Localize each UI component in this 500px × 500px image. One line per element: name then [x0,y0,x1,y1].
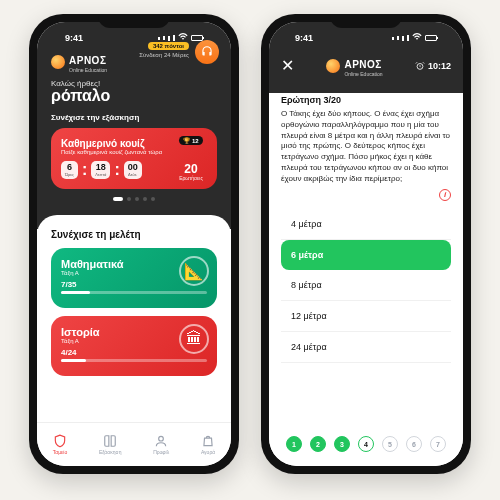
home-body: Συνέχισε τη μελέτη Μαθηματικά Τάξη Α 7/3… [37,215,231,422]
svg-point-0 [159,436,164,441]
wifi-icon [412,33,422,43]
alarm-icon [415,61,425,71]
daily-quiz-card[interactable]: Καθημερινό κουίζ Παίξε καθημερινά κουίζ … [51,128,217,189]
user-icon [154,434,168,448]
nav-store[interactable]: Αγορά [201,434,215,455]
quiz-trophy-badge: 🏆 12 [179,136,202,145]
question-number: Ερώτηση 3/20 [281,95,451,105]
brand: ΑΡΝΟΣ Online Education [51,50,217,73]
answer-option[interactable]: 24 μέτρα [281,332,451,363]
quiz-count-label: Ερωτήσεις [179,175,203,181]
progress-step[interactable]: 4 [358,436,374,452]
phone-home: 9:41 ΑΡΝΟΣ Online Education 342 πόντοι Σ… [29,14,239,474]
greeting: Καλώς ήρθες! [51,79,217,88]
phone-quiz: 9:41 ✕ ΑΡΝΟΣ Online Education [261,14,471,474]
quiz-timer-pill: 10:12 [415,61,451,71]
progress-step[interactable]: 6 [406,436,422,452]
status-bar: 9:41 [51,26,217,50]
answer-list: 4 μέτρα 6 μέτρα 8 μέτρα 12 μέτρα 24 μέτρ… [281,209,451,363]
progress-step[interactable]: 2 [310,436,326,452]
home-hero: 9:41 ΑΡΝΟΣ Online Education 342 πόντοι Σ… [37,22,231,229]
battery-icon [425,35,437,41]
battery-icon [191,35,203,41]
answer-option[interactable]: 4 μέτρα [281,209,451,240]
question-progress: 1 2 3 4 5 6 7 [281,426,451,466]
brand-logo-icon [326,59,340,73]
brand-name: ΑΡΝΟΣ [69,55,106,66]
home-screen: 9:41 ΑΡΝΟΣ Online Education 342 πόντοι Σ… [37,22,231,466]
question-text: Ο Τάκης έχει δύο κήπους. Ο ένας έχει σχή… [281,109,451,185]
status-time: 9:41 [295,33,313,43]
brand-tagline: Online Education [69,67,107,73]
status-bar: 9:41 [281,26,451,50]
progress-step[interactable]: 7 [430,436,446,452]
book-icon [103,434,117,448]
answer-option[interactable]: 8 μέτρα [281,270,451,301]
progress-step[interactable]: 1 [286,436,302,452]
math-icon: 📐 [179,256,209,286]
history-icon: 🏛 [179,324,209,354]
brand-logo-icon [51,55,65,69]
subject-card-history[interactable]: Ιστορία Τάξη Α 4/24 🏛 [51,316,217,376]
quiz-screen: 9:41 ✕ ΑΡΝΟΣ Online Education [269,22,463,466]
brand-tagline: Online Education [344,71,382,77]
quiz-header: 9:41 ✕ ΑΡΝΟΣ Online Education [269,22,463,93]
bag-icon [201,434,215,448]
progress-step[interactable]: 3 [334,436,350,452]
answer-option[interactable]: 12 μέτρα [281,301,451,332]
status-icons [158,33,203,43]
info-icon[interactable]: i [439,189,451,201]
bottom-nav: Ταμείο Εξάσκηση Προφίλ Αγορά [37,422,231,466]
nav-profile[interactable]: Προφίλ [153,434,169,455]
brand-name: ΑΡΝΟΣ [344,59,381,70]
wifi-icon [178,33,188,43]
close-button[interactable]: ✕ [281,58,294,74]
continue-practice-label: Συνέχισε την εξάσκηση [51,113,217,122]
answer-option[interactable]: 6 μέτρα [281,240,451,270]
continue-study-label: Συνέχισε τη μελέτη [51,229,217,240]
nav-shield[interactable]: Ταμείο [53,434,67,455]
quiz-body: Ερώτηση 3/20 Ο Τάκης έχει δύο κήπους. Ο … [269,83,463,466]
status-icons [392,33,437,43]
nav-practice[interactable]: Εξάσκηση [99,434,122,455]
status-time: 9:41 [65,33,83,43]
username: ρόπαλο [51,87,217,105]
shield-icon [53,434,67,448]
notch [98,14,170,28]
brand: ΑΡΝΟΣ Online Education [326,54,382,77]
notch [330,14,402,28]
progress-step[interactable]: 5 [382,436,398,452]
quiz-count: 20 [179,163,203,175]
subject-card-math[interactable]: Μαθηματικά Τάξη Α 7/35 📐 [51,248,217,308]
login-streak: Σύνδεση 24 Μέρες [139,52,189,58]
carousel-dots[interactable] [51,197,217,201]
